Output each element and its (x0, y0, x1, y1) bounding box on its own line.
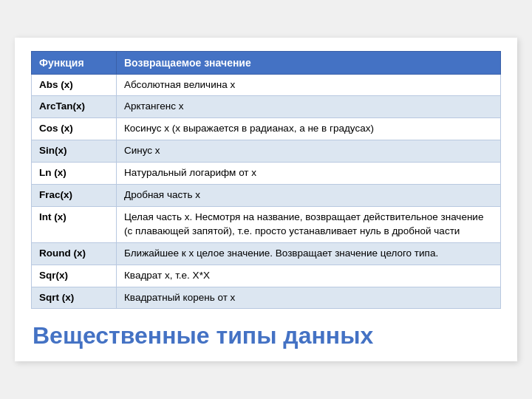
function-name-cell: Sin(x) (32, 140, 117, 163)
function-name-cell: ArcTan(x) (32, 96, 117, 118)
function-name-cell: Sqr(x) (32, 265, 117, 287)
col-header-return: Возвращаемое значение (117, 51, 501, 74)
table-row: Ln (x)Натуральный логарифм от x (32, 163, 501, 185)
table-row: Abs (x)Абсолютная величина x (32, 74, 501, 96)
table-row: Frac(x) Дробная часть x (32, 185, 501, 207)
col-header-function: Функция (32, 51, 117, 74)
function-desc-cell: Натуральный логарифм от x (117, 163, 501, 185)
function-name-cell: Cos (x) (32, 118, 117, 140)
table-row: ArcTan(x)Арктангенс x (32, 96, 501, 118)
function-desc-cell: Абсолютная величина x (117, 74, 501, 96)
function-name-cell: Frac(x) (32, 185, 117, 207)
function-name-cell: Round (x) (32, 242, 117, 265)
table-row: Sqr(x)Квадрат x, т.е. X*X (32, 265, 501, 287)
functions-table: Функция Возвращаемое значение Abs (x)Абс… (31, 51, 501, 310)
function-desc-cell: Квадрат x, т.е. X*X (117, 265, 501, 287)
table-row: Sin(x)Синус x (32, 140, 501, 163)
function-name-cell: Ln (x) (32, 163, 117, 185)
function-name-cell: Int (x) (32, 206, 117, 242)
function-name-cell: Abs (x) (32, 74, 117, 96)
function-desc-cell: Синус x (117, 140, 501, 163)
function-desc-cell: Арктангенс x (117, 96, 501, 118)
footer-title: Вещественные типы данных (31, 322, 501, 349)
table-row: Int (x)Целая часть x. Несмотря на назван… (32, 206, 501, 242)
function-desc-cell: Квадратный корень от x (117, 287, 501, 309)
table-row: Sqrt (x)Квадратный корень от x (32, 287, 501, 309)
slide-container: Функция Возвращаемое значение Abs (x)Абс… (15, 38, 517, 362)
function-desc-cell: Ближайшее к x целое значение. Возвращает… (117, 242, 501, 265)
function-name-cell: Sqrt (x) (32, 287, 117, 309)
function-desc-cell: Целая часть x. Несмотря на название, воз… (117, 206, 501, 242)
table-row: Round (x)Ближайшее к x целое значение. В… (32, 242, 501, 265)
function-desc-cell: Косинус x (x выражается в радианах, а не… (117, 118, 501, 140)
table-row: Cos (x)Косинус x (x выражается в радиана… (32, 118, 501, 140)
function-desc-cell: Дробная часть x (117, 185, 501, 207)
